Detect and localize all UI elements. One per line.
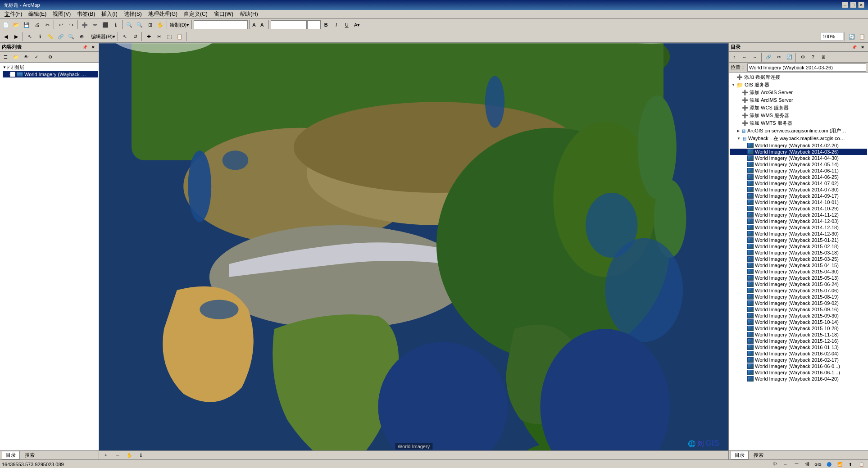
catalog-tree-item[interactable]: World Imagery (Wayback 2014-06-25) <box>730 174 867 180</box>
status-btn-3[interactable]: 一 <box>791 461 801 468</box>
toc-options-button[interactable]: ⚙ <box>45 53 55 62</box>
catalog-tree-item[interactable]: World Imagery (Wayback 2015-09-02) <box>730 300 867 306</box>
goto-xy-button[interactable]: ⊕ <box>77 32 86 41</box>
catalog-help-button[interactable]: ? <box>808 53 818 62</box>
status-btn-4[interactable]: 键 <box>802 461 812 468</box>
catalog-tree-item[interactable]: World Imagery (Wayback 2015-06-24) <box>730 281 867 287</box>
catalog-tree-item[interactable]: World Imagery (Wayback 2014-07-02) <box>730 180 867 186</box>
menu-select[interactable]: 选择(S) <box>121 10 145 18</box>
catalog-tree-item[interactable]: ➕添加 WMTS 服务器 <box>730 119 867 127</box>
status-btn-1[interactable]: 中 <box>770 461 780 468</box>
catalog-tree-item[interactable]: World Imagery (Wayback 2014-09-17) <box>730 193 867 199</box>
zoom-full-button[interactable]: ⊞ <box>145 20 155 30</box>
underline-button[interactable]: U <box>342 20 352 30</box>
zoom-previous-button[interactable]: ◀ <box>1 32 11 41</box>
map-identify[interactable]: ℹ <box>136 452 146 459</box>
catalog-tree-item[interactable]: World Imagery (Wayback 2014-12-30) <box>730 231 867 237</box>
maximize-button[interactable]: □ <box>850 2 856 8</box>
status-btn-2[interactable]: ← <box>781 461 791 468</box>
toc-close-button[interactable]: ✕ <box>90 44 97 51</box>
catalog-tab-catalog[interactable]: 目录 <box>731 451 749 459</box>
new-button[interactable]: 📄 <box>1 20 11 30</box>
catalog-tree-item[interactable]: World Imagery (Wayback 2016-06-0...) <box>730 363 867 369</box>
status-btn-8[interactable]: ⬆ <box>845 461 855 468</box>
copy-button[interactable]: 📋 <box>857 32 867 41</box>
menu-insert[interactable]: 插入(I) <box>99 10 120 18</box>
font-size-input[interactable]: 10 <box>307 20 321 29</box>
menu-customize[interactable]: 自定义(C) <box>181 10 210 18</box>
menu-window[interactable]: 窗口(W) <box>211 10 236 18</box>
catalog-tree-item[interactable]: World Imagery (Wayback 2016-04-20) <box>730 376 867 382</box>
identify-button[interactable]: ℹ <box>111 20 121 30</box>
catalog-tree-item[interactable]: World Imagery (Wayback 2014-04-30) <box>730 155 867 161</box>
map-area[interactable]: World Imagery 刘 GIS 🌐 刘 GIS World Imager… <box>99 43 728 459</box>
select-features-button[interactable]: ⬛ <box>100 20 110 30</box>
catalog-tree-item[interactable]: World Imagery (Wayback 2014-12-18) <box>730 224 867 231</box>
catalog-tree-item[interactable]: World Imagery (Wayback 2015-08-19) <box>730 294 867 300</box>
catalog-tree-item[interactable]: World Imagery (Wayback 2015-07-06) <box>730 287 867 294</box>
undo-button[interactable]: ↩ <box>56 20 66 30</box>
toc-tab-search[interactable]: 搜索 <box>21 451 39 459</box>
menu-edit[interactable]: 编辑(E) <box>26 10 49 18</box>
menu-help[interactable]: 帮助(H) <box>237 10 261 18</box>
catalog-close-button[interactable]: ✕ <box>859 44 866 51</box>
catalog-pin-button[interactable]: 📌 <box>850 44 858 51</box>
catalog-forward-button[interactable]: → <box>750 53 760 62</box>
catalog-disconnect-button[interactable]: ✂ <box>774 53 784 62</box>
catalog-options-button[interactable]: ⚙ <box>798 53 808 62</box>
catalog-tree-item[interactable]: World Imagery (Wayback 2015-03-25) <box>730 256 867 262</box>
map-pan[interactable]: ✋ <box>124 452 134 459</box>
catalog-tree-item[interactable]: World Imagery (Wayback 2016-06-1...) <box>730 369 867 376</box>
snap-button[interactable]: ✚ <box>144 32 154 41</box>
attr-table-button[interactable]: 📋 <box>175 32 185 41</box>
pan-button[interactable]: ✋ <box>155 20 165 30</box>
catalog-tree-item[interactable]: World Imagery (Wayback 2015-05-13) <box>730 275 867 281</box>
catalog-tree-item[interactable]: World Imagery (Wayback 2015-09-16) <box>730 306 867 313</box>
catalog-tree-item[interactable]: World Imagery (Wayback 2014-10-01) <box>730 199 867 205</box>
toc-layer-item[interactable]: ✓ World Imagery (Wayback 2014-03-2... <box>3 71 98 77</box>
font-name-input[interactable]: 宋体 <box>271 20 307 29</box>
editor-button[interactable]: ✏ <box>90 20 100 30</box>
bold-button[interactable]: B <box>321 20 331 30</box>
save-button[interactable]: 💾 <box>22 20 32 30</box>
scale-input[interactable]: 1:40,000,000 <box>194 20 248 29</box>
catalog-tree-item[interactable]: World Imagery (Wayback 2014-11-12) <box>730 212 867 218</box>
status-btn-6[interactable]: 🔵 <box>824 461 834 468</box>
refresh-button[interactable]: 🔄 <box>847 32 857 41</box>
catalog-up-button[interactable]: ↑ <box>729 53 739 62</box>
catalog-tree-item[interactable]: World Imagery (Wayback 2015-01-21) <box>730 237 867 243</box>
redo-button[interactable]: ↪ <box>66 20 76 30</box>
hyperlink-button[interactable]: 🔗 <box>56 32 66 41</box>
menu-bookmarks[interactable]: 书签(B) <box>74 10 98 18</box>
catalog-tree-item[interactable]: World Imagery (Wayback 2014-07-30) <box>730 186 867 193</box>
menu-geoprocessing[interactable]: 地理处理(G) <box>145 10 180 18</box>
zoom-percent-input[interactable] <box>821 32 843 41</box>
toc-tab-display[interactable]: 目录 <box>2 451 20 459</box>
italic-button[interactable]: I <box>332 20 341 30</box>
catalog-connect-button[interactable]: 🔗 <box>763 53 773 62</box>
layer-checkbox[interactable]: ✓ <box>10 72 15 77</box>
add-data-button[interactable]: ➕ <box>80 20 90 30</box>
status-btn-7[interactable]: 📶 <box>835 461 845 468</box>
find-button[interactable]: 🔍 <box>66 32 76 41</box>
catalog-tree-item[interactable]: World Imagery (Wayback 2016-02-04) <box>730 350 867 357</box>
zoom-in-button[interactable]: 🔍 <box>124 20 134 30</box>
catalog-tree-item[interactable]: ▼📁GIS 服务器 <box>730 81 867 89</box>
catalog-tree-item[interactable]: World Imagery (Wayback 2016-02-17) <box>730 357 867 363</box>
catalog-tree-item[interactable]: ➕添加 ArcGIS Server <box>730 89 867 96</box>
split-button[interactable]: ✂ <box>154 32 164 41</box>
catalog-tree-item[interactable]: World Imagery (Wayback 2015-09-30) <box>730 313 867 319</box>
catalog-tree-item[interactable]: World Imagery (Wayback 2014-03-26) <box>730 149 867 155</box>
catalog-tree-item[interactable]: ➕添加 数据库连接 <box>730 73 867 81</box>
zoom-next-button[interactable]: ▶ <box>11 32 21 41</box>
catalog-tree-item[interactable]: ➕添加 ArcIMS Server <box>730 96 867 104</box>
catalog-tree-item[interactable]: World Imagery (Wayback 2016-01-13) <box>730 344 867 350</box>
catalog-tree-item[interactable]: World Imagery (Wayback 2014-10-29) <box>730 205 867 212</box>
status-btn-5[interactable]: GIS <box>813 461 823 468</box>
catalog-tree-item[interactable]: World Imagery (Wayback 2015-04-15) <box>730 262 867 268</box>
catalog-tree-item[interactable]: ▶🖥ArcGIS on services.arcgisonline.com (用… <box>730 127 867 135</box>
catalog-tab-search[interactable]: 搜索 <box>750 451 768 459</box>
edit-tool2[interactable]: ↖ <box>120 32 130 41</box>
font-color-button[interactable]: A▾ <box>352 20 362 30</box>
toc-list-view[interactable]: ☰ <box>0 53 10 62</box>
